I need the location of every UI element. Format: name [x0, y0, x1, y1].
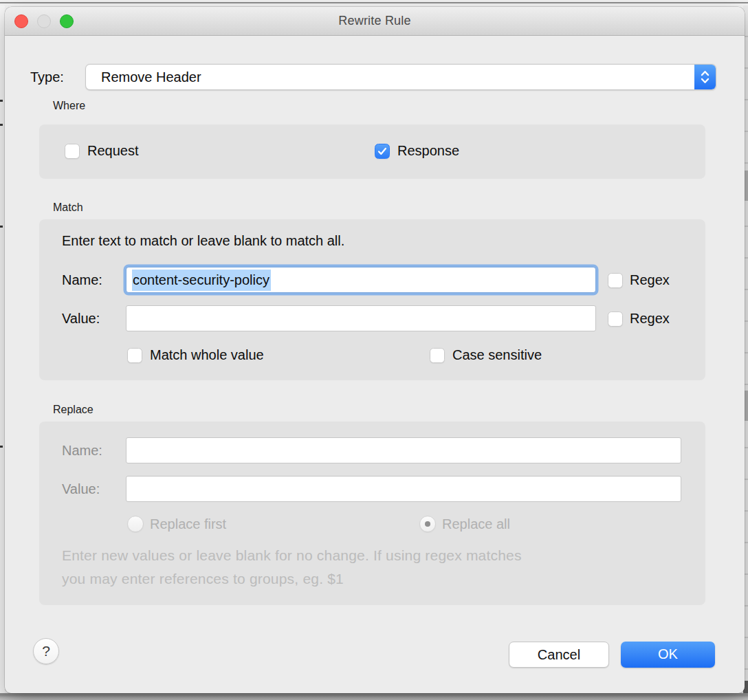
match-name-value: content-security-policy: [132, 270, 271, 291]
match-hint: Enter text to match or leave blank to ma…: [62, 233, 344, 249]
checkmark-icon: [377, 146, 388, 157]
request-label: Request: [87, 143, 139, 159]
case-sensitive-row[interactable]: Case sensitive: [430, 347, 542, 363]
replace-first-radio-row: Replace first: [127, 516, 226, 532]
type-dropdown[interactable]: Remove Header: [85, 64, 716, 90]
response-checkbox[interactable]: [375, 144, 390, 159]
chevron-up-down-icon[interactable]: [694, 65, 716, 89]
case-sensitive-label: Case sensitive: [452, 347, 542, 363]
type-dropdown-value: Remove Header: [86, 65, 716, 89]
match-whole-value-row[interactable]: Match whole value: [127, 347, 264, 363]
cancel-button[interactable]: Cancel: [509, 642, 609, 668]
where-section-label: Where: [53, 100, 85, 112]
match-value-input[interactable]: [126, 305, 596, 331]
background-text-fragment: [0, 124, 3, 126]
zoom-button[interactable]: [60, 14, 74, 28]
match-name-regex-checkbox[interactable]: [608, 273, 623, 288]
replace-first-radio: [127, 516, 144, 532]
match-name-input[interactable]: content-security-policy: [126, 267, 596, 293]
match-name-regex-row[interactable]: Regex: [608, 272, 670, 288]
rewrite-rule-dialog: Rewrite Rule Type: Remove Header Where R…: [5, 7, 745, 693]
request-checkbox-row[interactable]: Request: [65, 143, 139, 159]
replace-value-input: [126, 476, 681, 502]
window-title: Rewrite Rule: [5, 7, 745, 35]
title-bar[interactable]: Rewrite Rule: [5, 7, 745, 36]
replace-all-radio: [419, 516, 436, 532]
background-text-fragment: [0, 100, 3, 102]
replace-hint-line1: Enter new values or leave blank for no c…: [62, 547, 522, 564]
match-value-label: Value:: [62, 305, 100, 331]
match-value-regex-checkbox[interactable]: [608, 311, 623, 327]
background-window-top-edge: [0, 2, 748, 3]
replace-all-radio-row: Replace all: [419, 516, 510, 532]
request-checkbox[interactable]: [65, 144, 80, 159]
response-checkbox-row[interactable]: Response: [375, 143, 459, 159]
background-window-left-edge: [0, 6, 5, 693]
close-button[interactable]: [14, 14, 28, 28]
match-name-label: Name:: [62, 267, 102, 293]
replace-first-label: Replace first: [150, 516, 226, 532]
background-window-bottom-edge: [0, 693, 748, 700]
ok-button[interactable]: OK: [621, 642, 715, 668]
replace-name-label: Name:: [62, 437, 102, 463]
replace-value-label: Value:: [62, 476, 100, 502]
replace-groupbox: Name: Value: Replace first Replace all E…: [39, 422, 705, 605]
match-value-regex-row[interactable]: Regex: [608, 311, 670, 327]
type-label: Type:: [30, 64, 64, 90]
match-value-regex-label: Regex: [630, 311, 670, 327]
help-button[interactable]: ?: [33, 638, 59, 664]
replace-section-label: Replace: [53, 404, 94, 416]
case-sensitive-checkbox[interactable]: [430, 348, 445, 363]
traffic-lights: [14, 14, 74, 28]
background-text-fragment: [0, 446, 3, 448]
replace-name-input: [126, 437, 681, 463]
match-whole-value-checkbox[interactable]: [127, 348, 142, 363]
where-groupbox: Request Response: [39, 124, 705, 179]
response-label: Response: [397, 143, 459, 159]
background-text-fragment: [0, 226, 3, 228]
match-name-regex-label: Regex: [630, 272, 670, 288]
minimize-button: [37, 14, 51, 28]
match-whole-value-label: Match whole value: [150, 347, 264, 363]
match-section-label: Match: [53, 201, 83, 214]
replace-hint-line2: you may enter references to groups, eg. …: [62, 571, 344, 587]
replace-all-label: Replace all: [442, 516, 510, 532]
match-groupbox: Enter text to match or leave blank to ma…: [39, 219, 705, 380]
